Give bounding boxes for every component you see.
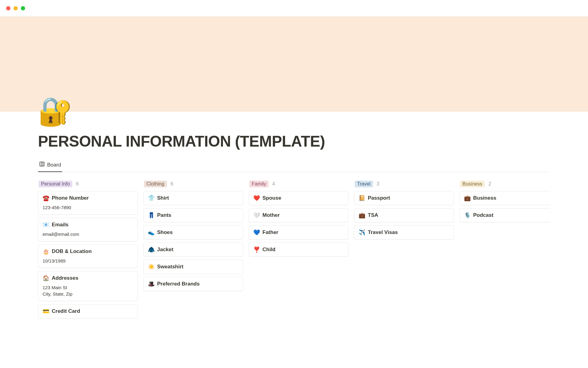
board-card[interactable]: ☀️Sweatshirt: [143, 260, 243, 274]
card-title-row: 💼TSA: [359, 212, 449, 218]
card-title: Shirt: [157, 195, 169, 201]
card-title-row: 📧Emails: [43, 222, 133, 228]
board-column: Business2💼Business🎙️Podcast: [459, 179, 550, 321]
card-title-row: 💼Business: [464, 195, 550, 201]
board-card[interactable]: 📔Passport: [354, 191, 454, 205]
card-title-row: 👟Shoes: [148, 229, 239, 236]
column-count: 2: [488, 181, 491, 187]
card-icon: 📔: [359, 195, 365, 201]
card-title: Mother: [262, 212, 280, 218]
board-card[interactable]: 🎩Preferred Brands: [143, 277, 243, 291]
card-title: Preferred Brands: [157, 281, 200, 287]
column-count: 6: [171, 181, 173, 187]
board-card[interactable]: 🎂DOB & Location10/13/1989: [38, 244, 138, 268]
card-icon: 📧: [43, 222, 49, 228]
card-title: Jacket: [157, 247, 173, 253]
view-tabs: Board: [38, 159, 550, 172]
card-icon: 💳: [43, 309, 49, 314]
board-column: Travel3📔Passport💼TSA✈️Travel Visas: [354, 179, 454, 321]
card-title-row: 💳Credit Card: [43, 308, 133, 314]
card-title-row: 👖Pants: [148, 212, 239, 218]
card-title: Addresses: [52, 275, 78, 281]
board-card[interactable]: 👖Pants: [143, 208, 243, 222]
page-icon[interactable]: 🔐: [38, 98, 72, 125]
board-card[interactable]: 👕Shirt: [143, 191, 243, 205]
board-card[interactable]: 💼Business: [459, 191, 550, 205]
board-card[interactable]: 🧥Jacket: [143, 243, 243, 257]
card-icon: 🎙️: [464, 213, 470, 218]
column-count: 4: [272, 181, 275, 187]
window-chrome: [0, 0, 588, 17]
board-card[interactable]: 🎙️Podcast: [459, 208, 550, 222]
board-card[interactable]: 💼TSA: [354, 208, 454, 222]
card-icon: ❤️: [253, 195, 259, 201]
board-card[interactable]: ❤️Spouse: [249, 191, 349, 205]
board-card[interactable]: ❣️Child: [249, 243, 349, 257]
card-title-row: 🏠Addresses: [43, 275, 133, 281]
card-title-row: 💙Father: [253, 229, 344, 236]
card-icon: 💙: [253, 230, 259, 235]
column-header[interactable]: Personal Info6: [38, 179, 138, 191]
card-title: Phone Number: [52, 195, 89, 201]
card-title-row: ☎️Phone Number: [43, 195, 133, 201]
board-card[interactable]: 👟Shoes: [143, 225, 243, 240]
card-title: Credit Card: [52, 308, 80, 314]
card-title-row: ✈️Travel Visas: [359, 229, 449, 236]
page-content: PERSONAL INFORMATION (TEMPLATE) Board Pe…: [0, 112, 588, 321]
board-card[interactable]: ☎️Phone Number123-456-7890: [38, 191, 138, 215]
card-title: Emails: [52, 222, 69, 228]
board-card[interactable]: 💙Father: [249, 225, 349, 240]
card-title: Pants: [157, 212, 171, 218]
card-icon: 💼: [359, 213, 365, 218]
column-header[interactable]: Clothing6: [143, 179, 243, 191]
board-column: Family4❤️Spouse🤍Mother💙Father❣️Child: [249, 179, 349, 321]
column-count: 6: [76, 181, 79, 187]
column-tag: Family: [249, 181, 269, 187]
card-title-row: 🎩Preferred Brands: [148, 281, 239, 287]
card-icon: ☎️: [43, 195, 49, 201]
svg-rect-0: [40, 162, 44, 166]
tab-board[interactable]: Board: [38, 159, 62, 172]
page-title[interactable]: PERSONAL INFORMATION (TEMPLATE): [38, 132, 550, 150]
card-icon: 👕: [148, 195, 154, 201]
board-card[interactable]: 💳Credit Card: [38, 304, 138, 318]
board-card[interactable]: 📧Emailsemail@email.com: [38, 218, 138, 241]
column-tag: Clothing: [144, 181, 167, 187]
window-close-button[interactable]: [6, 6, 10, 10]
card-body: 10/13/1989: [43, 258, 133, 264]
card-title: Sweatshirt: [157, 264, 183, 270]
column-header[interactable]: Family4: [249, 179, 349, 191]
card-title: DOB & Location: [52, 248, 92, 255]
card-icon: 💼: [464, 195, 470, 201]
tab-label: Board: [47, 162, 61, 168]
board-card[interactable]: 🤍Mother: [249, 208, 349, 222]
card-title-row: 📔Passport: [359, 195, 449, 201]
card-icon: 🎂: [43, 249, 49, 254]
column-tag: Travel: [355, 181, 373, 187]
card-icon: ☀️: [148, 264, 154, 270]
window-minimize-button[interactable]: [13, 6, 18, 10]
card-title: Business: [473, 195, 496, 201]
column-header[interactable]: Business2: [459, 179, 550, 191]
card-body: 123 Main St City, State, Zip: [43, 284, 133, 297]
card-title-row: 🤍Mother: [253, 212, 344, 218]
board-column: Clothing6👕Shirt👖Pants👟Shoes🧥Jacket☀️Swea…: [143, 179, 243, 321]
card-icon: 👖: [148, 213, 154, 218]
board-card[interactable]: 🏠Addresses123 Main St City, State, Zip: [38, 271, 138, 301]
board-icon: [39, 161, 45, 168]
card-title-row: 👕Shirt: [148, 195, 239, 201]
column-header[interactable]: Travel3: [354, 179, 454, 191]
card-title: Spouse: [262, 195, 281, 201]
card-body: 123-456-7890: [43, 204, 133, 211]
card-body: email@email.com: [43, 231, 133, 237]
card-title-row: 🎂DOB & Location: [43, 248, 133, 255]
card-title: Father: [262, 229, 278, 236]
column-tag: Business: [460, 181, 485, 187]
column-tag: Personal Info: [39, 181, 72, 187]
card-title: Travel Visas: [368, 229, 398, 236]
card-icon: 🎩: [148, 281, 154, 287]
card-title-row: ❤️Spouse: [253, 195, 344, 201]
board-card[interactable]: ✈️Travel Visas: [354, 225, 454, 240]
window-maximize-button[interactable]: [21, 6, 25, 10]
card-title: Passport: [368, 195, 390, 201]
